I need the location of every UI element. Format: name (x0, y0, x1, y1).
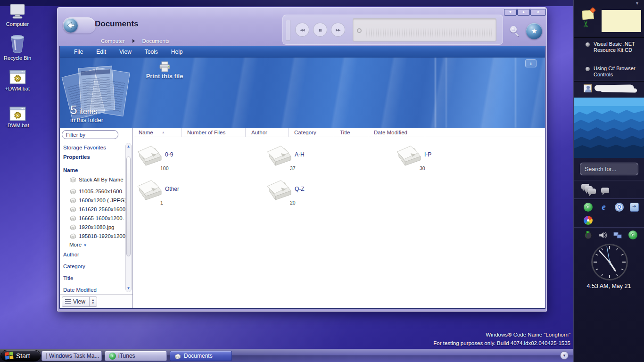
breadcrumb: Computer Documents (101, 38, 170, 44)
scrollbar-thumb[interactable] (126, 156, 131, 256)
desktop-icon-computer[interactable]: Computer (0, 4, 35, 27)
name-group-header[interactable]: Name (63, 167, 124, 173)
sidebar-note-csharp[interactable]: Using C# Browser Controls (594, 66, 641, 78)
back-button[interactable] (64, 18, 78, 33)
column-name[interactable]: Name▲ (133, 128, 182, 137)
messenger-bubbles-icon[interactable] (588, 189, 596, 194)
build-watermark: Windows® Code Name "Longhorn" For testin… (433, 330, 570, 347)
flag-disk-icon[interactable] (584, 230, 593, 239)
menu-tools[interactable]: Tools (138, 49, 165, 55)
stack-i-p[interactable]: I-P 30 (395, 143, 521, 173)
internet-explorer-icon[interactable]: e (599, 203, 608, 212)
minimize-button[interactable]: ▼ (504, 9, 517, 16)
taskbar-button-task-manager[interactable]: Windows Task Ma... (41, 351, 102, 361)
quicktime-icon[interactable]: Q (615, 203, 624, 212)
menu-file[interactable]: File (67, 49, 90, 55)
stack-other[interactable]: Other 1 (136, 177, 262, 207)
search-button[interactable] (509, 26, 520, 37)
stack-0-9[interactable]: 0-9 100 (136, 143, 262, 173)
maximize-button[interactable]: ▲ (517, 9, 530, 16)
messenger-bubble-icon[interactable] (601, 188, 609, 193)
column-author[interactable]: Author (246, 128, 289, 137)
menu-edit[interactable]: Edit (90, 49, 113, 55)
menu-view[interactable]: View (113, 49, 138, 55)
pause-button: ▮▮ (313, 23, 327, 37)
close-button[interactable]: × (530, 9, 546, 16)
sticky-note[interactable] (602, 10, 641, 32)
favorites-button[interactable]: ★ (526, 23, 542, 39)
menu-help[interactable]: Help (165, 49, 190, 55)
storage-favorites-link[interactable]: Storage Favorites (63, 145, 124, 150)
watermark-line1: Windows® Code Name "Longhorn" (433, 330, 570, 339)
media-player-pinwheel-icon[interactable] (584, 216, 593, 225)
breadcrumb-arrow-icon (132, 39, 135, 43)
computer-icon (8, 4, 27, 20)
tray-expand-chevron-icon[interactable]: ▼ (560, 351, 569, 360)
network-computers-icon[interactable] (613, 231, 622, 240)
column-date-modified[interactable]: Date Modified (368, 128, 425, 137)
filter-input[interactable] (62, 130, 118, 139)
name-filter-item[interactable]: 16665-1600x1200. (69, 215, 127, 221)
stack-q-z[interactable]: Q-Z 20 (265, 177, 392, 207)
properties-header[interactable]: Properties (63, 154, 124, 160)
desktop: Computer Recycle Bin +DWM.bat (0, 0, 644, 362)
breadcrumb-documents[interactable]: Documents (142, 38, 170, 44)
document-stack-icon (136, 177, 163, 201)
clock-time-label: 4:53 AM, May 21 (574, 283, 644, 289)
name-filter-item[interactable]: 195818-1920x1200 (69, 233, 127, 239)
info-button[interactable]: i (525, 59, 537, 67)
desktop-icon-plus-dwm[interactable]: +DWM.bat (0, 70, 35, 91)
more-link[interactable]: More ▼ (69, 242, 131, 247)
name-filter-item[interactable]: 1600x1200 ( JPEG) (69, 197, 127, 203)
scissors-icon[interactable]: ✂ (581, 20, 591, 27)
window-controls: ▼ ▲ × (504, 9, 546, 16)
stack-a-h[interactable]: A-H 37 (265, 143, 392, 173)
breadcrumb-computer[interactable]: Computer (101, 38, 125, 44)
sidebar-search-input[interactable] (580, 163, 638, 175)
name-filter-item[interactable]: 161628-2560x1600 (69, 206, 127, 212)
media-disc-icon[interactable] (584, 203, 593, 212)
column-number-of-files[interactable]: Number of Files (182, 128, 246, 137)
desktop-icon-minus-dwm[interactable]: -DWM.bat (0, 107, 35, 128)
stack-icon (69, 224, 77, 230)
sidebar-note-vb[interactable]: Visual Basic .NET Resource Kit CD (594, 41, 641, 53)
title-group-header[interactable]: Title (63, 275, 124, 281)
view-spinner[interactable]: ▲▼ (89, 297, 97, 306)
author-group-header[interactable]: Author (63, 252, 124, 257)
window-launcher-icon[interactable] (630, 203, 639, 212)
desktop-top-band (0, 0, 644, 6)
taskbar-button-documents[interactable]: Documents (170, 351, 232, 361)
bullet-icon (586, 67, 590, 71)
start-button[interactable]: Start (1, 350, 41, 362)
sidebar-collapse-chevron-icon[interactable]: ▼ (635, 1, 639, 6)
stack-icon (69, 176, 77, 182)
media-disc-icon[interactable] (628, 230, 637, 239)
stack-icon (69, 197, 77, 203)
analog-clock-icon (591, 243, 628, 281)
banner-streak (515, 58, 516, 128)
scroll-up-icon[interactable]: ▲ (126, 144, 131, 149)
taskbar-button-itunes[interactable]: ♪ iTunes (105, 351, 167, 361)
item-count-word: items (79, 107, 97, 115)
column-category[interactable]: Category (289, 128, 334, 137)
explorer-window: ◀◀ ▮▮ ▶▶ ▼ ▲ × Documents Computer Docume… (57, 7, 547, 312)
bullet-icon (586, 42, 590, 47)
view-button[interactable]: View ▲▼ (62, 296, 97, 307)
panel-scrollbar[interactable]: ▲ ▼ (125, 143, 132, 292)
window-title: Documents (95, 19, 139, 29)
stack-all-by-name-link[interactable]: Stack All By Name (69, 176, 127, 182)
name-filter-item[interactable]: 11005-2560x1600. (69, 188, 127, 194)
print-this-file-task[interactable]: Print this file (136, 60, 193, 80)
item-count-subtitle: in this folder (70, 116, 103, 123)
name-filter-item[interactable]: 1920x1080.jpg (69, 224, 127, 230)
column-title[interactable]: Title (334, 128, 368, 137)
batch-file-icon (9, 70, 26, 84)
category-group-header[interactable]: Category (63, 263, 124, 269)
date-modified-group-header[interactable]: Date Modified (63, 287, 124, 293)
scroll-down-icon[interactable]: ▼ (126, 286, 131, 291)
speaker-icon[interactable] (598, 231, 607, 240)
document-stack-icon (265, 177, 293, 201)
desktop-icon-recycle-bin[interactable]: Recycle Bin (0, 34, 35, 61)
taskbar: Start Windows Task Ma... ♪ iTunes Docume… (0, 349, 573, 362)
column-headers: Name▲ Number of Files Author Category Ti… (133, 128, 545, 137)
